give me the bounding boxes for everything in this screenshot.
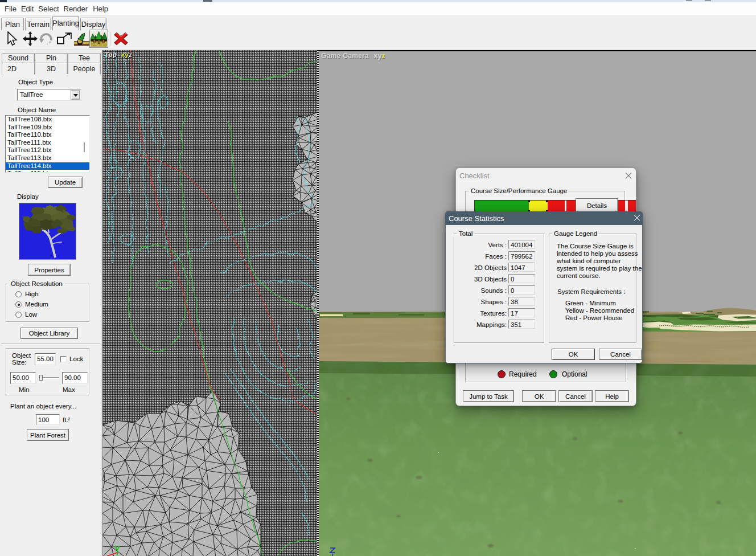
toolbar-separator — [110, 32, 110, 46]
radio-high[interactable] — [15, 291, 22, 297]
camera-axis-z: z — [382, 52, 385, 60]
list-item[interactable]: TallTree112.btx — [6, 146, 89, 154]
rotate-tool[interactable] — [39, 32, 53, 46]
tab-display[interactable]: Display — [80, 18, 106, 30]
list-item[interactable]: TallTree113.btx — [6, 154, 89, 162]
stats-titlebar[interactable]: Course Statistics — [445, 211, 643, 225]
side-tab-3d-label: 3D — [47, 65, 56, 73]
required-label: Required — [509, 371, 537, 378]
side-tab-2d-label: 2D — [7, 65, 17, 73]
menu-file[interactable]: File — [2, 5, 19, 13]
radio-low[interactable] — [15, 312, 22, 318]
stat-value-sounds: 0 — [508, 285, 535, 295]
object-type-label: Object Type — [18, 79, 53, 86]
checklist-cancel-button[interactable]: Cancel — [558, 390, 593, 402]
tab-plan[interactable]: Plan — [1, 18, 24, 30]
side-tab-pin[interactable]: Pin — [35, 53, 68, 63]
menu-render[interactable]: Render — [61, 5, 91, 13]
side-tab-sound-label: Sound — [8, 54, 28, 62]
object-size-label: ObjectSize: — [12, 352, 31, 366]
stat-value-shapes: 38 — [508, 297, 535, 306]
update-button-label: Update — [55, 179, 76, 186]
listbox-scrollbar-thumb[interactable] — [84, 142, 85, 152]
stat-label-3d-objects: 3D Objects — [454, 276, 507, 283]
gauge-legend-group-title: Gauge Legend — [552, 230, 599, 237]
tab-planting[interactable]: Planting — [52, 16, 79, 30]
min-size-input[interactable]: 50.00 — [10, 372, 36, 384]
menu-select[interactable]: Select — [36, 5, 61, 13]
object-library-button-label: Object Library — [29, 330, 70, 337]
tree-preview-icon — [19, 203, 76, 259]
side-panel: Sound Pin Tee 2D 3D People Object Type T… — [0, 50, 101, 556]
properties-button[interactable]: Properties — [28, 264, 71, 276]
camera-view-name: Game Camera — [321, 52, 369, 60]
side-tab-3d[interactable]: 3D — [35, 63, 68, 74]
list-item[interactable]: TallTree110.btx — [6, 131, 89, 139]
menu-bar: File Edit Select Render Help — [0, 2, 756, 16]
lock-checkbox[interactable] — [60, 356, 67, 362]
stat-label-textures: Textures: — [454, 310, 507, 317]
optional-label: Optional — [562, 371, 587, 378]
stats-cancel-button[interactable]: Cancel — [599, 349, 642, 360]
plant-tree-tool[interactable] — [74, 31, 90, 46]
scale-icon — [57, 32, 72, 44]
list-item[interactable]: TallTree111.btx — [6, 139, 89, 147]
update-button[interactable]: Update — [48, 177, 83, 188]
map-view-label: Top xyz — [105, 51, 132, 58]
select-arrow-tool[interactable] — [5, 31, 18, 47]
object-type-combobox[interactable]: TallTree — [17, 89, 81, 101]
object-preview-image — [19, 203, 76, 260]
stat-value-mappings: 351 — [508, 320, 535, 329]
delete-tool[interactable] — [113, 32, 129, 46]
stats-ok-button[interactable]: OK — [552, 349, 595, 360]
checklist-close-icon[interactable] — [625, 173, 631, 179]
object-name-listbox[interactable]: TallTree108.btx TallTree109.btx TallTree… — [5, 115, 90, 173]
scale-tool[interactable] — [57, 32, 72, 44]
jump-to-task-button[interactable]: Jump to Task — [463, 390, 514, 402]
checklist-help-button[interactable]: Help — [595, 390, 629, 402]
total-group-title: Total — [457, 230, 474, 237]
select-arrow-icon — [5, 31, 18, 47]
object-size-input[interactable]: 55.00 — [35, 353, 56, 365]
side-tab-2d[interactable]: 2D — [2, 63, 35, 75]
menu-help[interactable]: Help — [91, 5, 110, 13]
stats-close-icon[interactable] — [634, 215, 640, 221]
side-tab-sound[interactable]: Sound — [2, 53, 35, 63]
camera-view-label: Game Camera xyz — [321, 52, 385, 60]
requirement-red: Red - Power House — [565, 314, 622, 322]
plant-every-unit: ft.² — [63, 416, 70, 424]
panel-divider — [1, 344, 100, 345]
radio-medium[interactable] — [15, 301, 22, 308]
menu-edit[interactable]: Edit — [19, 5, 36, 13]
rotate-icon — [39, 32, 53, 46]
tab-terrain[interactable]: Terrain — [25, 18, 51, 30]
combobox-dropdown-button[interactable] — [71, 90, 80, 100]
system-requirements-title: System Requirements : — [557, 288, 626, 296]
stat-label-verts: Verts : — [454, 242, 507, 249]
max-size-input[interactable]: 90.00 — [62, 372, 88, 384]
plant-forest-tool[interactable] — [89, 30, 108, 48]
list-item[interactable]: TallTree115.btx — [6, 170, 89, 173]
list-item[interactable]: TallTree109.btx — [6, 124, 89, 132]
checklist-ok-button[interactable]: OK — [522, 390, 556, 402]
side-tab-tee[interactable]: Tee — [68, 53, 101, 63]
tab-display-label: Display — [81, 20, 106, 28]
toolbar — [0, 30, 756, 50]
move-tool[interactable] — [23, 31, 38, 46]
chevron-down-icon — [73, 94, 78, 97]
slider-thumb[interactable] — [39, 375, 43, 381]
list-item-selected[interactable]: TallTree114.btx — [6, 162, 89, 170]
side-tab-people[interactable]: People — [68, 63, 101, 74]
jump-to-task-label: Jump to Task — [469, 393, 508, 400]
object-library-button[interactable]: Object Library — [20, 328, 78, 339]
tab-terrain-label: Terrain — [27, 20, 50, 28]
checklist-ok-label: OK — [535, 393, 544, 400]
map-2d-view[interactable]: Top xyz — [102, 50, 317, 556]
plant-every-input[interactable]: 100 — [36, 414, 60, 425]
map-axis-xy: xy — [121, 51, 129, 58]
radio-high-label: High — [25, 291, 39, 298]
plant-forest-button[interactable]: Plant Forest — [27, 429, 69, 441]
move-icon — [23, 31, 38, 46]
list-item[interactable]: TallTree108.btx — [6, 116, 89, 124]
plant-tree-icon — [74, 31, 90, 46]
